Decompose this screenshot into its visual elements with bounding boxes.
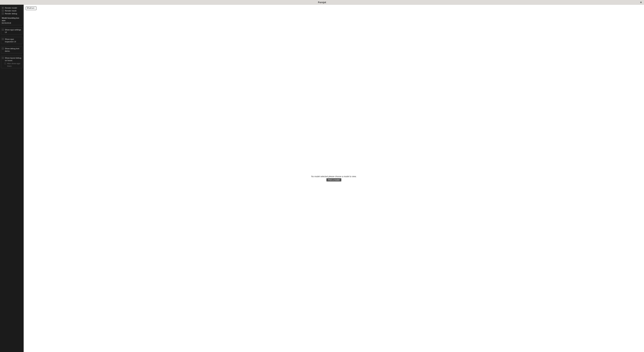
show-inspection-checkbox[interactable] [2, 38, 4, 40]
render-model-checkbox[interactable] [2, 7, 4, 9]
bbox-size-label: Model bounding box size: [2, 17, 22, 22]
content-area: Render model Render mesh Render debug Mo… [0, 5, 644, 352]
render-options-group: Render model Render mesh Render debug Mo… [1, 6, 23, 25]
no-model-stack: No model selected please choose a model … [311, 175, 356, 182]
show-debug-text-checkbox[interactable] [2, 48, 4, 50]
show-debug-text-group: Show debug text demo. [1, 46, 23, 53]
render-model-row[interactable]: Render model [2, 7, 22, 10]
show-settings-label: Show egui settings UI [5, 29, 22, 34]
show-inspection-label: Show egui inspection UI [5, 38, 22, 43]
render-debug-row[interactable]: Render debug [2, 12, 22, 15]
pick-model-button[interactable]: Pick a model [326, 178, 341, 182]
egui-trace-row: Also show egui trace. [4, 62, 22, 67]
close-icon[interactable]: ✕ [639, 1, 643, 4]
window-title: Fornjot [318, 1, 326, 4]
render-mesh-checkbox[interactable] [2, 10, 4, 12]
show-settings-row[interactable]: Show egui settings UI [2, 28, 22, 34]
show-inspection-row[interactable]: Show egui inspection UI [2, 38, 22, 43]
side-panel: Render model Render mesh Render debug Mo… [0, 5, 24, 352]
egui-trace-label: Also show egui trace. [7, 62, 22, 67]
layout-debug-label: Show layout debug on hover. [5, 57, 22, 62]
render-debug-checkbox[interactable] [2, 13, 4, 15]
render-mesh-label: Render mesh [5, 10, 22, 12]
show-debug-text-row[interactable]: Show debug text demo. [2, 47, 22, 53]
show-settings-checkbox[interactable] [2, 29, 4, 31]
layout-debug-row[interactable]: Show layout debug on hover. [2, 57, 22, 62]
bbox-size-value: 0.0 0.0 0.0 [2, 22, 22, 24]
render-model-label: Render model [5, 7, 22, 9]
render-debug-label: Render debug [5, 13, 22, 15]
egui-trace-checkbox [4, 63, 6, 65]
no-model-message: No model selected please choose a model … [311, 175, 356, 178]
show-inspection-group: Show egui inspection UI [1, 37, 23, 44]
status-box: Status: [26, 7, 36, 10]
show-settings-group: Show egui settings UI [1, 28, 23, 35]
layout-debug-group: Show layout debug on hover. Also show eg… [1, 56, 23, 68]
window-titlebar: Fornjot ✕ [0, 0, 644, 5]
status-label: Status: [27, 7, 35, 10]
show-debug-text-label: Show debug text demo. [5, 47, 22, 52]
render-mesh-row[interactable]: Render mesh [2, 10, 22, 12]
viewport[interactable]: Status: No model selected please choose … [24, 5, 644, 352]
layout-debug-checkbox[interactable] [2, 57, 4, 59]
